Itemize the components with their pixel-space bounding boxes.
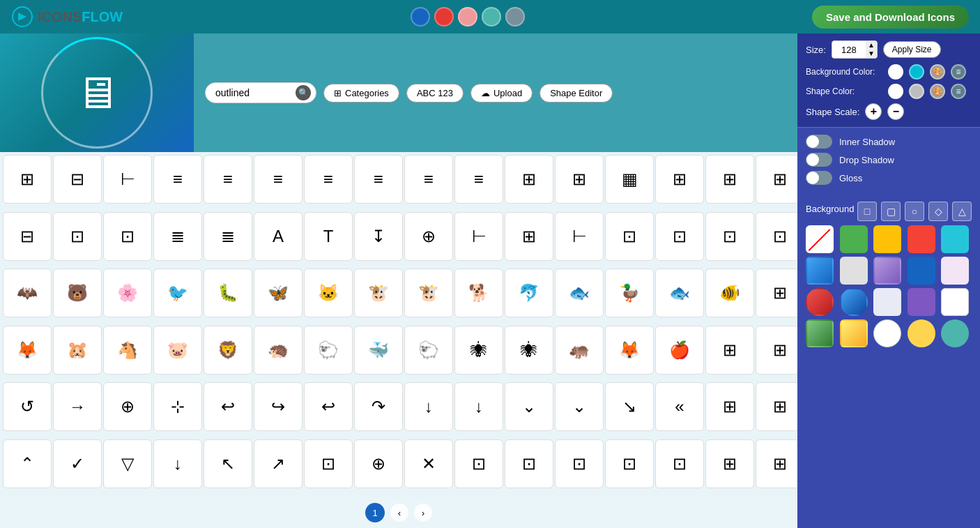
color-swatch-blue[interactable] (411, 7, 430, 27)
icon-cell[interactable]: ⊢ (555, 212, 604, 261)
prev-page-button[interactable]: ‹ (390, 504, 408, 522)
bg-triangle-btn[interactable]: △ (952, 202, 972, 221)
bg-color-swatch[interactable] (941, 288, 969, 316)
bg-color-swatch[interactable] (908, 225, 935, 253)
icon-cell[interactable]: ⊢ (103, 155, 152, 204)
icon-cell[interactable]: 🐴 (103, 326, 152, 375)
icon-cell[interactable]: ⊞ (756, 269, 797, 317)
icon-cell[interactable]: ⊞ (505, 212, 553, 261)
icon-cell[interactable]: 🐱 (304, 269, 353, 317)
icon-cell[interactable]: ⊕ (404, 212, 453, 261)
icon-cell[interactable]: ↘ (605, 382, 654, 431)
shape-color-gray-swatch[interactable] (909, 84, 924, 99)
icon-cell[interactable]: ⊡ (505, 439, 553, 488)
icon-cell[interactable]: ↓ (153, 439, 202, 488)
icon-cell[interactable]: 🐑 (304, 326, 353, 375)
apply-size-button[interactable]: Apply Size (883, 41, 941, 58)
icon-cell[interactable]: ≣ (204, 212, 252, 261)
bg-color-swatch[interactable] (908, 288, 935, 316)
icon-cell[interactable]: ⊞ (756, 326, 797, 375)
icon-cell[interactable]: ↷ (354, 382, 403, 431)
upload-button[interactable]: ☁ Upload (470, 84, 533, 103)
bg-color-swatch[interactable] (908, 319, 935, 347)
inner-shadow-toggle[interactable] (806, 135, 832, 149)
save-download-button[interactable]: Save and Download Icons (812, 6, 969, 29)
icon-cell[interactable]: ⊕ (103, 382, 152, 431)
color-swatch-teal[interactable] (482, 7, 501, 27)
icon-cell[interactable]: ≡ (354, 155, 403, 204)
icon-cell[interactable]: ≡ (204, 155, 252, 204)
icon-cell[interactable]: ↩ (204, 382, 252, 431)
icon-cell[interactable]: 🐦 (153, 269, 202, 317)
icon-cell[interactable]: ≡ (404, 155, 453, 204)
icon-cell[interactable]: 🐑 (404, 326, 453, 375)
icon-cell[interactable]: ▦ (605, 155, 654, 204)
icon-cell[interactable]: ↓ (404, 382, 453, 431)
icon-cell[interactable]: 🐹 (53, 326, 102, 375)
icon-cell[interactable]: ≡ (254, 155, 303, 204)
icon-cell[interactable]: ⊡ (655, 439, 704, 488)
bg-diamond-btn[interactable]: ◇ (928, 202, 948, 221)
bg-color-swatch[interactable] (908, 257, 935, 285)
icon-cell[interactable]: ⊞ (705, 382, 754, 431)
icon-cell[interactable]: ✕ (404, 439, 453, 488)
icon-cell[interactable]: 🐛 (204, 269, 252, 317)
icon-cell[interactable]: 🦛 (555, 326, 604, 375)
icon-cell[interactable]: ⊹ (153, 382, 202, 431)
icon-cell[interactable]: ↪ (254, 382, 303, 431)
icon-cell[interactable]: 🦔 (254, 326, 303, 375)
icon-cell[interactable]: ↓ (454, 382, 503, 431)
bg-color-swatch[interactable] (873, 257, 901, 285)
bg-color-swatch[interactable] (873, 319, 901, 347)
bg-color-swatch[interactable] (806, 319, 834, 347)
icon-cell[interactable]: ⊡ (304, 439, 353, 488)
icon-cell[interactable]: 🌸 (103, 269, 152, 317)
icon-cell[interactable]: 🐕 (454, 269, 503, 317)
icon-cell[interactable]: ⊞ (756, 439, 797, 488)
icon-cell[interactable]: ⊡ (103, 212, 152, 261)
icon-cell[interactable]: 🐻 (53, 269, 102, 317)
icon-cell[interactable]: ≡ (153, 155, 202, 204)
icon-cell[interactable]: T (304, 212, 353, 261)
size-up-button[interactable]: ▲ (866, 41, 877, 50)
scale-decrease-button[interactable]: − (887, 103, 904, 120)
icon-cell[interactable]: ⊟ (53, 155, 102, 204)
icon-cell[interactable]: ⊡ (53, 212, 102, 261)
icon-cell[interactable]: ⊞ (3, 155, 52, 204)
icon-cell[interactable]: 🦆 (605, 269, 654, 317)
shape-color-white-swatch[interactable] (888, 84, 903, 99)
color-swatch-pink[interactable] (458, 7, 477, 27)
icon-cell[interactable]: ⌄ (505, 382, 553, 431)
icon-cell[interactable]: ✓ (53, 439, 102, 488)
icon-cell[interactable]: ≣ (153, 212, 202, 261)
bg-color-swatch[interactable] (873, 225, 901, 253)
icon-cell[interactable]: 🕷 (505, 326, 553, 375)
icon-cell[interactable]: ↗ (254, 439, 303, 488)
icon-cell[interactable]: 🕷 (454, 326, 503, 375)
shape-color-picker-button[interactable]: 🎨 (930, 84, 945, 99)
icon-cell[interactable]: ⊞ (705, 439, 754, 488)
icon-cell[interactable]: ↧ (354, 212, 403, 261)
icon-cell[interactable]: ⊞ (756, 382, 797, 431)
icon-cell[interactable]: 🍎 (655, 326, 704, 375)
gloss-toggle[interactable] (806, 171, 832, 185)
icon-cell[interactable]: ⊟ (3, 212, 52, 261)
icon-cell[interactable]: 🦊 (605, 326, 654, 375)
icon-cell[interactable]: 🐮 (404, 269, 453, 317)
icon-cell[interactable]: ▽ (103, 439, 152, 488)
size-input[interactable] (832, 43, 866, 57)
color-swatch-gray[interactable] (505, 7, 525, 27)
search-button[interactable]: 🔍 (296, 85, 311, 100)
icon-cell[interactable]: ↩ (304, 382, 353, 431)
bg-color-swatch[interactable] (873, 288, 901, 316)
icon-cell[interactable]: ⊞ (655, 155, 704, 204)
bg-color-more-button[interactable]: ≡ (951, 64, 966, 80)
icon-cell[interactable]: 🦊 (3, 326, 52, 375)
drop-shadow-toggle[interactable] (806, 153, 832, 167)
icon-cell[interactable]: 🐟 (655, 269, 704, 317)
categories-button[interactable]: ⊞ Categories (323, 84, 399, 103)
icon-cell[interactable]: « (655, 382, 704, 431)
icon-cell[interactable]: ↺ (3, 382, 52, 431)
icon-cell[interactable]: ⊕ (354, 439, 403, 488)
icon-cell[interactable]: ⊞ (705, 326, 754, 375)
